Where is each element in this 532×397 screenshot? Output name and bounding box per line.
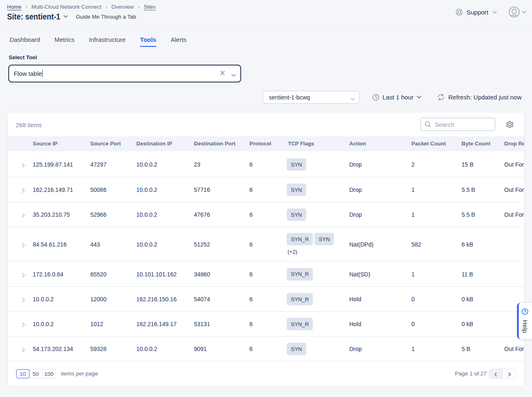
svg-text:?: ? [524, 310, 526, 314]
